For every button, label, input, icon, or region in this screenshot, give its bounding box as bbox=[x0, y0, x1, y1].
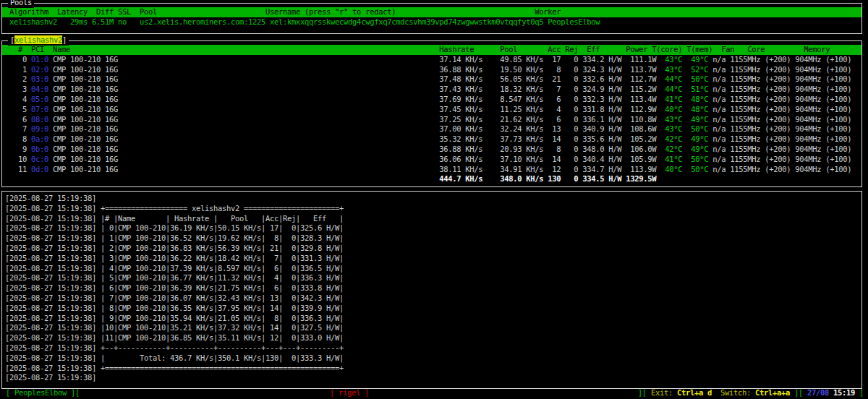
gpu-row: 11 0d:0 CMP 100-210 16G 38.11 KH/s 34.91… bbox=[2, 165, 861, 175]
log-line: [2025-08-27 15:19:38] |10|CMP 100-210|35… bbox=[2, 323, 861, 333]
gpu-row: 3 04:0 CMP 100-210 16G 37.43 KH/s 18.32 … bbox=[2, 85, 861, 95]
gpu-row: 7 09:0 CMP 100-210 16G 37.00 KH/s 32.24 … bbox=[2, 124, 861, 134]
log-line: [2025-08-27 15:19:38] +--+-----------+--… bbox=[2, 343, 861, 353]
log-line: [2025-08-27 15:19:38] | 1|CMP 100-210|36… bbox=[2, 233, 861, 244]
gpu-panel-title-text: xelishashv2 bbox=[14, 35, 62, 44]
log-line: [2025-08-27 15:19:38] +=================… bbox=[2, 364, 861, 374]
gpu-header-row: # PCI Name Hashrate Pool Acc Rej Eff Pow… bbox=[2, 45, 861, 55]
close-bracket: ] bbox=[62, 35, 67, 44]
pools-header-row: Algorithm Latency Diff SSL Pool Username… bbox=[2, 7, 861, 17]
log-line: [2025-08-27 15:19:38] | 6|CMP 100-210|36… bbox=[2, 283, 861, 293]
status-host-label: [ rigel ] bbox=[330, 387, 369, 398]
log-line: [2025-08-27 15:19:38] | 4|CMP 100-210|37… bbox=[2, 264, 861, 274]
gpu-row: 8 0a:0 CMP 100-210 16G 35.32 KH/s 37.73 … bbox=[2, 134, 861, 145]
log-line: [2025-08-27 15:19:38] | 9|CMP 100-210|35… bbox=[2, 314, 861, 324]
gpu-row: 2 03:0 CMP 100-210 16G 37.48 KH/s 56.05 … bbox=[2, 74, 861, 85]
gpu-row: 1 02:0 CMP 100-210 16G 36.88 KH/s 19.50 … bbox=[2, 65, 861, 75]
gpu-row: 9 0b:0 CMP 100-210 16G 36.88 KH/s 20.93 … bbox=[2, 145, 861, 155]
log-line: [2025-08-27 15:19:38] | 5|CMP 100-210|36… bbox=[2, 273, 861, 283]
pools-panel: Pools Algorithm Latency Diff SSL Pool Us… bbox=[1, 3, 862, 34]
log-line: [2025-08-27 15:19:38] | 3|CMP 100-210|36… bbox=[2, 254, 861, 264]
gpu-row: 4 05:0 CMP 100-210 16G 37.69 KH/s 8.547 … bbox=[2, 95, 861, 105]
terminal-screen[interactable]: Pools Algorithm Latency Diff SSL Pool Us… bbox=[0, 0, 868, 399]
log-line: [2025-08-27 15:19:38] | Total: 436.7 KH/… bbox=[2, 353, 861, 364]
log-lines-container: [2025-08-27 15:19:38][2025-08-27 15:19:3… bbox=[2, 194, 861, 383]
gpu-total-row: 444.7 KH/s 348.0 KH/s 130 0 334.5 H/W 13… bbox=[2, 174, 861, 184]
gpu-row: 5 07:0 CMP 100-210 16G 37.45 KH/s 11.25 … bbox=[2, 105, 861, 115]
log-line: [2025-08-27 15:19:38] | 0|CMP 100-210|36… bbox=[2, 223, 861, 233]
gpu-row: 10 0c:0 CMP 100-210 16G 36.06 KH/s 37.10… bbox=[2, 155, 861, 165]
status-bar: [ PeoplesElbow ][ [ rigel ] ][ Exit: Ctr… bbox=[0, 387, 868, 398]
log-panel: [2025-08-27 15:19:38][2025-08-27 15:19:3… bbox=[1, 191, 862, 389]
gpu-rows-container: 0 01:0 CMP 100-210 16G 37.14 KH/s 49.85 … bbox=[2, 55, 861, 184]
log-line: [2025-08-27 15:19:38] | 2|CMP 100-210|36… bbox=[2, 244, 861, 254]
log-line: [2025-08-27 15:19:38] |11|CMP 100-210|36… bbox=[2, 333, 861, 343]
status-worker-label: [ PeoplesElbow ][ bbox=[6, 387, 80, 398]
pools-title-text: Pools bbox=[10, 0, 32, 7]
gpu-panel-title: [xelishashv2] bbox=[8, 35, 69, 46]
gpu-row: 6 08:0 CMP 100-210 16G 37.25 KH/s 21.62 … bbox=[2, 115, 861, 125]
log-line: [2025-08-27 15:19:38] | 7|CMP 100-210|36… bbox=[2, 293, 861, 304]
log-line: [2025-08-27 15:19:38] | 8|CMP 100-210|36… bbox=[2, 304, 861, 314]
gpu-row: 0 01:0 CMP 100-210 16G 37.14 KH/s 49.85 … bbox=[2, 55, 861, 65]
pools-panel-title: Pools bbox=[8, 0, 34, 8]
log-line: [2025-08-27 15:19:38] bbox=[2, 373, 861, 383]
gpu-panel: [xelishashv2] # PCI Name Hashrate Pool A… bbox=[1, 40, 862, 187]
status-hints: ][ Exit: Ctrl+a d Switch: Ctrl+a+a ][ 27… bbox=[638, 387, 864, 398]
pools-data-row: xelishashv2 29ms 6.51M no us2.xelis.hero… bbox=[2, 17, 861, 27]
log-line: [2025-08-27 15:19:38] +=================… bbox=[2, 204, 861, 214]
log-line: [2025-08-27 15:19:38] |# |Name | Hashrat… bbox=[2, 214, 861, 224]
log-line: [2025-08-27 15:19:38] bbox=[2, 194, 861, 204]
